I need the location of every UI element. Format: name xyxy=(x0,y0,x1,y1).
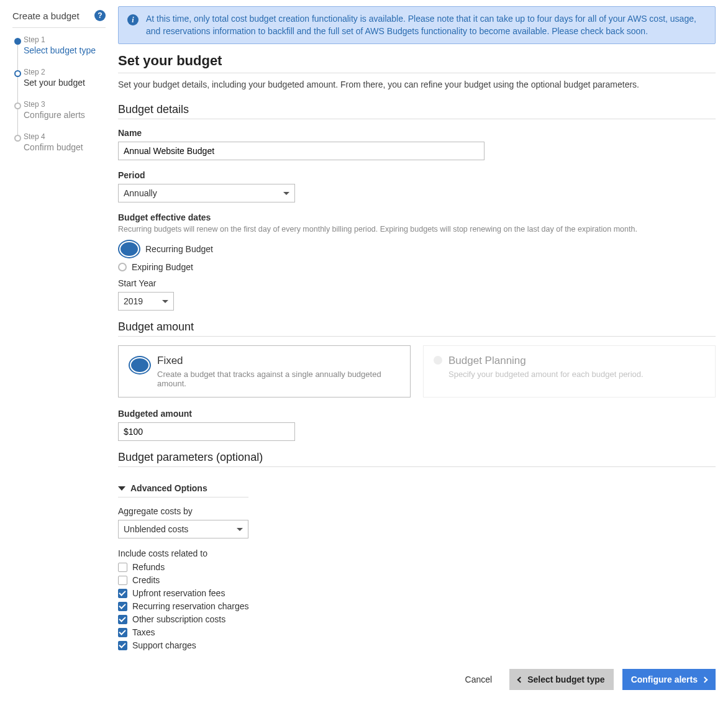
radio-icon xyxy=(129,356,151,375)
step-name: Confirm budget xyxy=(24,142,106,152)
include-cost-checkbox[interactable]: Support charges xyxy=(118,640,716,650)
effective-dates-hint: Recurring budgets will renew on the firs… xyxy=(118,225,716,234)
sidebar: Create a budget ? Step 1Select budget ty… xyxy=(12,6,118,693)
period-select[interactable]: Annually xyxy=(118,184,295,202)
advanced-options-toggle[interactable]: Advanced Options xyxy=(118,479,248,497)
aggregate-label: Aggregate costs by xyxy=(118,506,716,516)
name-label: Name xyxy=(118,128,716,138)
checkbox-label: Recurring reservation charges xyxy=(132,601,249,611)
recurring-budget-radio[interactable]: Recurring Budget xyxy=(118,240,716,258)
checkbox-label: Other subscription costs xyxy=(132,614,225,624)
wizard-step[interactable]: Step 1Select budget type xyxy=(12,35,106,68)
checkbox-icon xyxy=(118,602,127,611)
step-name: Configure alerts xyxy=(24,110,106,120)
start-year-select[interactable]: 2019 xyxy=(118,292,174,311)
next-button[interactable]: Configure alerts xyxy=(622,669,716,690)
name-input[interactable] xyxy=(118,142,485,160)
wizard-step: Step 4Confirm budget xyxy=(12,132,106,165)
section-budget-parameters: Budget parameters (optional) xyxy=(118,451,716,464)
include-cost-checkbox[interactable]: Taxes xyxy=(118,627,716,637)
checkbox-label: Taxes xyxy=(132,627,155,637)
caret-down-icon xyxy=(118,486,125,491)
page-description: Set your budget details, including your … xyxy=(118,79,716,89)
fixed-title: Fixed xyxy=(157,355,400,367)
include-cost-checkbox[interactable]: Credits xyxy=(118,575,716,585)
budgeted-amount-input[interactable] xyxy=(118,422,295,441)
chevron-right-icon xyxy=(702,676,708,683)
step-label: Step 2 xyxy=(24,68,106,76)
checkbox-icon xyxy=(118,589,127,598)
radio-icon xyxy=(434,356,442,365)
page-title: Set your budget xyxy=(118,53,716,69)
budgeted-amount-label: Budgeted amount xyxy=(118,409,716,419)
step-name: Set your budget xyxy=(24,78,106,88)
wizard-step: Step 2Set your budget xyxy=(12,68,106,100)
alert-text: At this time, only total cost budget cre… xyxy=(146,13,706,37)
plan-title: Budget Planning xyxy=(448,355,644,367)
back-button[interactable]: Select budget type xyxy=(509,669,613,690)
period-label: Period xyxy=(118,170,716,180)
plan-desc: Specify your budgeted amount for each bu… xyxy=(448,370,644,379)
include-cost-checkbox[interactable]: Recurring reservation charges xyxy=(118,601,716,611)
aggregate-select[interactable]: Unblended costs xyxy=(118,520,248,538)
back-button-label: Select budget type xyxy=(527,674,604,684)
sidebar-title: Create a budget xyxy=(12,11,80,21)
step-name: Select budget type xyxy=(24,45,106,55)
checkbox-icon xyxy=(118,576,127,585)
section-budget-details: Budget details xyxy=(118,103,716,116)
radio-icon xyxy=(118,240,140,258)
checkbox-icon xyxy=(118,628,127,637)
radio-icon xyxy=(118,263,127,271)
info-alert: i At this time, only total cost budget c… xyxy=(118,6,716,44)
checkbox-label: Upfront reservation fees xyxy=(132,588,225,598)
recurring-label: Recurring Budget xyxy=(145,244,213,254)
help-icon[interactable]: ? xyxy=(94,10,106,21)
expiring-label: Expiring Budget xyxy=(132,262,193,272)
expiring-budget-radio[interactable]: Expiring Budget xyxy=(118,262,716,272)
checkbox-icon xyxy=(118,615,127,624)
wizard-step: Step 3Configure alerts xyxy=(12,100,106,132)
fixed-card[interactable]: Fixed Create a budget that tracks agains… xyxy=(118,345,411,397)
include-cost-checkbox[interactable]: Refunds xyxy=(118,562,716,572)
start-year-label: Start Year xyxy=(118,278,716,288)
include-costs-label: Include costs related to xyxy=(118,548,716,558)
checkbox-label: Support charges xyxy=(132,640,196,650)
budget-planning-card: Budget Planning Specify your budgeted am… xyxy=(423,345,716,397)
checkbox-label: Credits xyxy=(132,575,160,585)
advanced-options-label: Advanced Options xyxy=(130,483,207,493)
effective-dates-heading: Budget effective dates xyxy=(118,212,716,222)
chevron-left-icon xyxy=(517,676,524,683)
step-label: Step 3 xyxy=(24,100,106,109)
include-cost-checkbox[interactable]: Upfront reservation fees xyxy=(118,588,716,598)
step-label: Step 1 xyxy=(24,35,106,44)
section-budget-amount: Budget amount xyxy=(118,320,716,334)
cancel-button[interactable]: Cancel xyxy=(457,669,501,690)
checkbox-label: Refunds xyxy=(132,562,165,572)
info-icon: i xyxy=(127,14,139,25)
next-button-label: Configure alerts xyxy=(631,674,698,684)
step-label: Step 4 xyxy=(24,132,106,141)
fixed-desc: Create a budget that tracks against a si… xyxy=(157,370,400,388)
include-cost-checkbox[interactable]: Other subscription costs xyxy=(118,614,716,624)
checkbox-icon xyxy=(118,641,127,650)
checkbox-icon xyxy=(118,563,127,572)
